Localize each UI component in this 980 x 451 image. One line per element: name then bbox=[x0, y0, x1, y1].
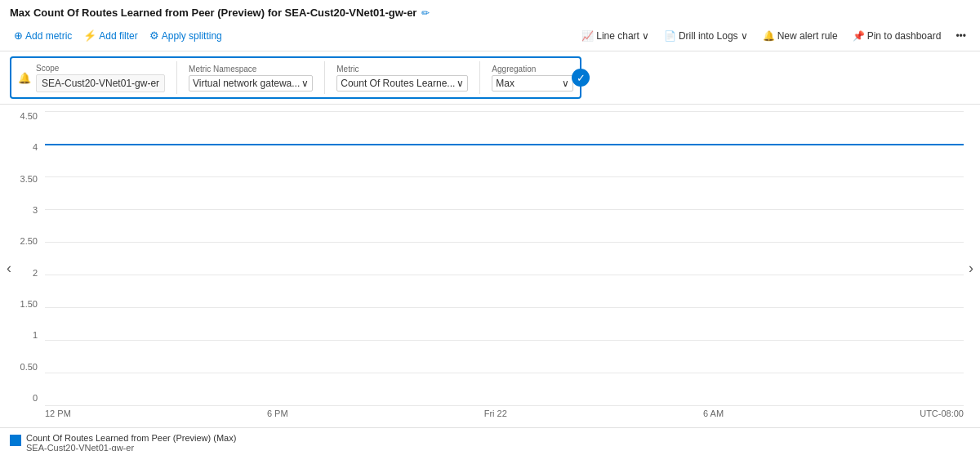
alert-rule-label: New alert rule bbox=[777, 30, 838, 42]
namespace-filter: Metric Namespace Virtual network gatewa.… bbox=[189, 65, 313, 92]
y-label-4: 4 bbox=[33, 142, 38, 152]
y-label-050: 0.50 bbox=[20, 362, 38, 372]
y-label-2: 2 bbox=[33, 268, 38, 278]
alert-rule-icon: 🔔 bbox=[763, 30, 775, 42]
metric-filter: Metric Count Of Routes Learne... ∨ bbox=[336, 65, 468, 92]
chart-data-line bbox=[45, 144, 964, 145]
grid-line-8 bbox=[45, 373, 964, 373]
legend-text: Count Of Routes Learned from Peer (Previ… bbox=[26, 433, 236, 451]
apply-splitting-button[interactable]: ⚙ Apply splitting bbox=[145, 27, 226, 44]
add-filter-button[interactable]: ⚡ Add filter bbox=[79, 27, 141, 44]
toolbar-right: 📈 Line chart ∨ 📄 Drill into Logs ∨ 🔔 New… bbox=[577, 28, 970, 44]
grid-line-2 bbox=[45, 176, 964, 177]
apply-splitting-icon: ⚙ bbox=[149, 29, 159, 42]
chart-grid bbox=[45, 111, 964, 405]
namespace-dropdown-icon: ∨ bbox=[301, 78, 309, 89]
x-label-fri22: Fri 22 bbox=[484, 409, 507, 418]
namespace-select[interactable]: Virtual network gatewa... ∨ bbox=[189, 75, 313, 92]
metric-dropdown-icon: ∨ bbox=[457, 78, 464, 89]
y-label-350: 3.50 bbox=[20, 174, 38, 184]
line-chart-dropdown-icon: ∨ bbox=[642, 30, 649, 42]
filter-separator-3 bbox=[479, 61, 480, 94]
legend-title: Count Of Routes Learned from Peer (Previ… bbox=[26, 433, 236, 443]
toolbar-left: ⊕ Add metric ⚡ Add filter ⚙ Apply splitt… bbox=[10, 27, 226, 44]
metric-value: Count Of Routes Learne... bbox=[341, 78, 455, 89]
grid-line-4 bbox=[45, 242, 964, 243]
x-label-6am: 6 AM bbox=[703, 409, 724, 418]
page-title: Max Count Of Routes Learned from Peer (P… bbox=[10, 7, 416, 19]
namespace-label: Metric Namespace bbox=[189, 65, 313, 74]
drill-logs-dropdown-icon: ∨ bbox=[741, 30, 748, 42]
pin-label: Pin to dashboard bbox=[867, 30, 942, 42]
filter-group: Scope SEA-Cust20-VNet01-gw-er Metric Nam… bbox=[36, 61, 573, 94]
grid-line-3 bbox=[45, 209, 964, 210]
scope-label: Scope bbox=[36, 64, 165, 73]
chart-area: 4.50 4 3.50 3 2.50 2 1.50 1 0.50 0 bbox=[0, 105, 980, 427]
y-label-250: 2.50 bbox=[20, 236, 38, 246]
metric-select[interactable]: Count Of Routes Learne... ∨ bbox=[336, 75, 468, 92]
add-metric-label: Add metric bbox=[25, 30, 72, 42]
main-wrapper: ‹ › 4.50 4 3.50 3 2.50 2 1.50 1 0.50 0 bbox=[0, 105, 980, 427]
header: Max Count Of Routes Learned from Peer (P… bbox=[0, 0, 980, 51]
timezone-label: UTC-08:00 bbox=[920, 409, 964, 418]
legend-subtitle: SEA-Cust20-VNet01-gw-er bbox=[26, 443, 236, 451]
filter-separator-1 bbox=[176, 61, 177, 94]
pin-icon: 📌 bbox=[853, 30, 865, 42]
line-chart-icon: 📈 bbox=[581, 30, 594, 42]
confirm-button[interactable]: ✓ bbox=[572, 69, 590, 87]
legend: Count Of Routes Learned from Peer (Previ… bbox=[0, 427, 980, 451]
nav-right-button[interactable]: › bbox=[965, 257, 977, 280]
namespace-value: Virtual network gatewa... bbox=[193, 78, 300, 89]
line-chart-label: Line chart bbox=[596, 30, 639, 42]
grid-line-7 bbox=[45, 340, 964, 341]
more-options-icon: ••• bbox=[956, 30, 966, 42]
filter-bell-icon: 🔔 bbox=[18, 72, 31, 84]
aggregation-label: Aggregation bbox=[492, 65, 573, 74]
y-label-3: 3 bbox=[33, 205, 38, 215]
scope-filter: Scope SEA-Cust20-VNet01-gw-er bbox=[36, 64, 165, 92]
edit-icon[interactable]: ✏ bbox=[421, 7, 430, 19]
more-options-button[interactable]: ••• bbox=[951, 28, 970, 44]
drill-logs-icon: 📄 bbox=[664, 30, 676, 42]
x-axis: 12 PM 6 PM Fri 22 6 AM UTC-08:00 bbox=[45, 405, 964, 418]
grid-line-5 bbox=[45, 275, 964, 275]
grid-line-6 bbox=[45, 307, 964, 308]
y-label-0: 0 bbox=[33, 393, 38, 403]
x-label-12pm: 12 PM bbox=[45, 409, 71, 418]
aggregation-dropdown-icon: ∨ bbox=[562, 78, 569, 89]
grid-line-0 bbox=[45, 111, 964, 112]
filter-row: 🔔 Scope SEA-Cust20-VNet01-gw-er Metric N… bbox=[0, 51, 980, 105]
x-label-6pm: 6 PM bbox=[267, 409, 288, 418]
scope-value[interactable]: SEA-Cust20-VNet01-gw-er bbox=[36, 74, 165, 92]
nav-left-button[interactable]: ‹ bbox=[3, 257, 15, 280]
filter-container: 🔔 Scope SEA-Cust20-VNet01-gw-er Metric N… bbox=[10, 56, 581, 99]
aggregation-filter: Aggregation Max ∨ bbox=[492, 65, 573, 92]
y-label-150: 1.50 bbox=[20, 299, 38, 309]
y-label-1: 1 bbox=[33, 330, 38, 340]
add-metric-icon: ⊕ bbox=[14, 29, 23, 42]
aggregation-select[interactable]: Max ∨ bbox=[492, 75, 573, 92]
add-filter-label: Add filter bbox=[99, 30, 137, 42]
new-alert-rule-button[interactable]: 🔔 New alert rule bbox=[759, 28, 842, 44]
pin-to-dashboard-button[interactable]: 📌 Pin to dashboard bbox=[849, 28, 946, 44]
legend-color-swatch bbox=[10, 435, 21, 446]
drill-into-logs-button[interactable]: 📄 Drill into Logs ∨ bbox=[660, 28, 752, 44]
metric-label: Metric bbox=[336, 65, 468, 74]
y-label-450: 4.50 bbox=[20, 111, 38, 121]
grid-line-9 bbox=[45, 405, 964, 406]
aggregation-value: Max bbox=[496, 78, 560, 89]
add-filter-icon: ⚡ bbox=[83, 29, 96, 42]
apply-splitting-label: Apply splitting bbox=[162, 30, 222, 42]
drill-logs-label: Drill into Logs bbox=[679, 30, 738, 42]
add-metric-button[interactable]: ⊕ Add metric bbox=[10, 27, 76, 44]
title-row: Max Count Of Routes Learned from Peer (P… bbox=[10, 7, 970, 19]
filter-separator-2 bbox=[324, 61, 325, 94]
line-chart-button[interactable]: 📈 Line chart ∨ bbox=[577, 28, 653, 44]
toolbar: ⊕ Add metric ⚡ Add filter ⚙ Apply splitt… bbox=[10, 24, 970, 47]
